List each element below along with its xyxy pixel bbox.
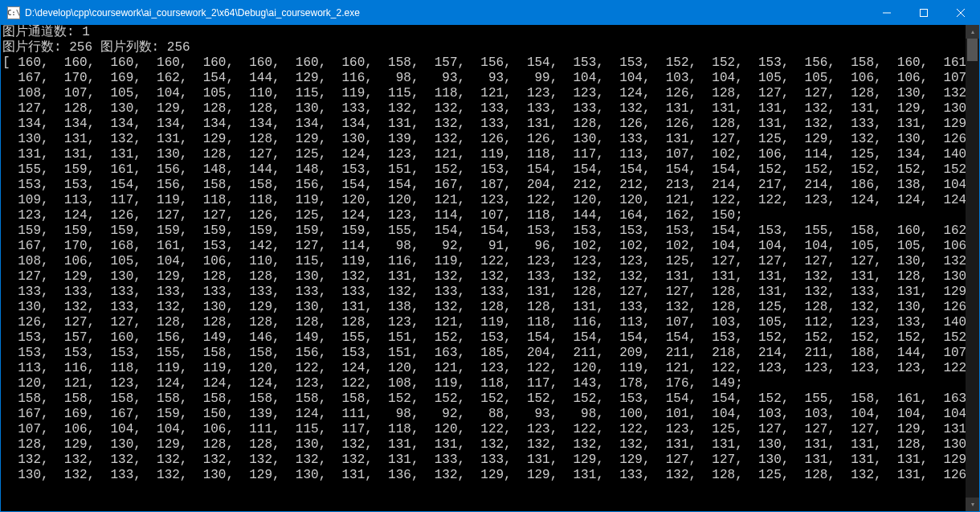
window-controls xyxy=(868,1,979,25)
app-icon: C:\ xyxy=(7,6,20,19)
console-output: 图片通道数: 1 图片行数: 256 图片列数: 256 [ 160, 160,… xyxy=(1,25,966,511)
maximize-icon xyxy=(920,9,928,17)
chevron-down-icon: ▾ xyxy=(971,501,974,508)
close-button[interactable] xyxy=(942,1,979,25)
scroll-track[interactable] xyxy=(966,39,979,498)
vertical-scrollbar[interactable]: ▴ ▾ xyxy=(966,25,979,511)
svg-rect-0 xyxy=(921,10,928,17)
scroll-thumb[interactable] xyxy=(967,39,978,61)
titlebar[interactable]: C:\ D:\develop\cpp\coursework\ai_coursew… xyxy=(1,1,979,25)
minimize-icon xyxy=(883,9,891,17)
chevron-up-icon: ▴ xyxy=(971,28,974,35)
maximize-button[interactable] xyxy=(905,1,942,25)
window-title: D:\develop\cpp\coursework\ai_coursework_… xyxy=(25,7,868,18)
client-area: 图片通道数: 1 图片行数: 256 图片列数: 256 [ 160, 160,… xyxy=(1,25,979,511)
scroll-up-button[interactable]: ▴ xyxy=(966,25,979,39)
app-window: C:\ D:\develop\cpp\coursework\ai_coursew… xyxy=(0,0,980,512)
close-icon xyxy=(957,9,965,17)
scroll-down-button[interactable]: ▾ xyxy=(966,498,979,511)
minimize-button[interactable] xyxy=(868,1,905,25)
